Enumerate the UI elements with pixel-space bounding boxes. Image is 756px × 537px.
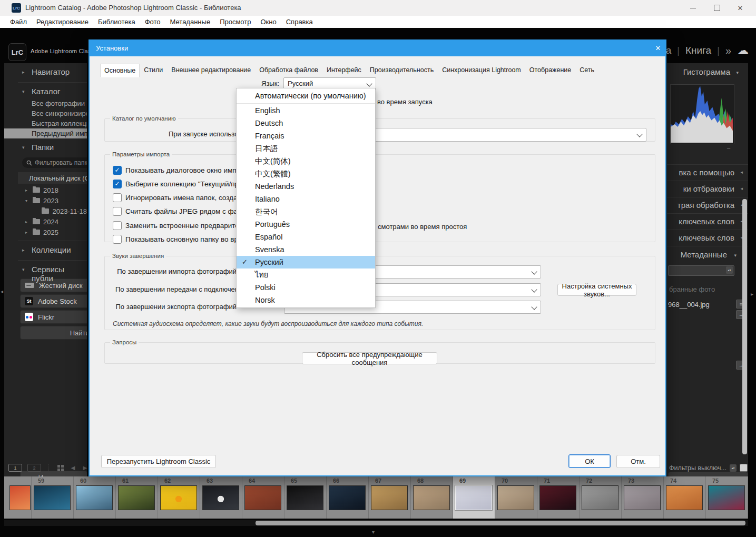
language-option[interactable]: Español	[237, 231, 375, 243]
menu-item[interactable]: Файл	[5, 18, 32, 26]
vertical-scrollbar[interactable]	[742, 199, 747, 454]
photo-thumbnail[interactable]	[160, 485, 197, 510]
filmstrip-cell[interactable]: 69	[453, 476, 495, 519]
find-more-services-button[interactable]: Найти д	[20, 326, 87, 340]
catalog-item[interactable]: Все фотографии	[4, 98, 87, 108]
panel-header[interactable]: ки отбраковки◂	[667, 181, 748, 197]
forward-arrow-icon[interactable]: ►	[82, 464, 89, 472]
language-option[interactable]: Italiano	[237, 193, 375, 205]
tab-1[interactable]: Основные	[100, 64, 140, 77]
dialog-close-button[interactable]: ✕	[645, 39, 663, 56]
ok-button[interactable]: ОК	[568, 454, 611, 468]
tab-5[interactable]: Интерфейс	[322, 64, 366, 77]
back-arrow-icon[interactable]: ◄	[70, 464, 76, 472]
reset-warnings-button[interactable]: Сбросить все предупреждающие сообщения	[302, 352, 437, 364]
language-option[interactable]: 中文(繁體)	[237, 167, 375, 180]
chevron-icon[interactable]: ▸	[25, 188, 30, 193]
filmstrip-scrollbar-thumb[interactable]	[256, 521, 745, 525]
folder-filter-input[interactable]: Фильтровать папк	[22, 157, 87, 168]
language-option[interactable]: 한국어	[237, 205, 375, 218]
metadata-header[interactable]: Метаданные ▾	[667, 246, 748, 263]
chevron-icon[interactable]: ▸	[25, 230, 30, 235]
photo-thumbnail[interactable]	[413, 485, 450, 510]
checkbox[interactable]: ✓	[113, 180, 122, 188]
chevron-icon[interactable]: ▸	[25, 220, 30, 224]
panel-header[interactable]: ключевых слов◂	[667, 230, 748, 246]
language-option[interactable]: ✓Русский	[237, 256, 375, 268]
filmstrip-cell[interactable]: 67	[369, 476, 411, 519]
module-overflow-icon[interactable]: »	[725, 45, 731, 57]
spinner-icon[interactable]: ▴▾	[730, 464, 737, 472]
system-sounds-button[interactable]: Настройка системных звуков...	[557, 284, 636, 296]
photo-thumbnail[interactable]	[329, 485, 366, 510]
catalog-header[interactable]: ▾ Каталог	[4, 87, 87, 98]
main-window-button[interactable]: 1	[8, 464, 22, 472]
tab-4[interactable]: Обработка файлов	[255, 64, 322, 77]
checkbox[interactable]	[113, 207, 122, 216]
volume-row[interactable]: Локальный диск (C:	[18, 172, 87, 184]
catalog-item[interactable]: Предыдущий импор	[4, 128, 87, 138]
tab-2[interactable]: Стили	[140, 64, 167, 77]
filters-label[interactable]: Фильтры выключ...	[669, 464, 726, 472]
filmstrip-cell[interactable]: 73	[622, 476, 664, 519]
filter-toggle[interactable]	[740, 464, 748, 472]
menu-item[interactable]: Библиотека	[93, 18, 140, 26]
panel-header[interactable]: трая обработка◂	[667, 197, 748, 214]
checkbox[interactable]	[113, 221, 122, 230]
menu-item[interactable]: Справка	[281, 18, 318, 26]
photo-thumbnail[interactable]	[666, 485, 703, 510]
grid-view-icon[interactable]	[57, 464, 64, 472]
maximize-button[interactable]	[705, 0, 729, 16]
histogram-header[interactable]: Гистограмма ▾	[667, 67, 748, 80]
second-window-button[interactable]: 2	[27, 464, 41, 472]
filmstrip-cell[interactable]	[4, 476, 32, 519]
folder-row[interactable]: ▾2023	[4, 195, 87, 206]
filmstrip-cell[interactable]: 74	[664, 476, 706, 519]
folder-row[interactable]: ▸2025	[4, 227, 87, 237]
language-option[interactable]: Nederlands	[237, 180, 375, 193]
publish-services-header[interactable]: ▾ Сервисы публи	[4, 265, 87, 276]
filmstrip-cell[interactable]: 64	[242, 476, 284, 519]
cloud-sync-icon[interactable]: ☁	[737, 44, 749, 57]
tab-9[interactable]: Сеть	[575, 64, 598, 77]
photo-thumbnail[interactable]	[287, 485, 323, 510]
menu-item[interactable]: Просмотр	[215, 18, 256, 26]
photo-thumbnail[interactable]	[118, 485, 155, 510]
filmstrip-cell[interactable]: 66	[327, 476, 369, 519]
publish-service[interactable]: Flickr	[20, 310, 87, 324]
folders-header[interactable]: ▾ Папки	[4, 143, 87, 154]
photo-thumbnail[interactable]	[76, 485, 113, 510]
close-button[interactable]: ✕	[729, 0, 752, 16]
catalog-item[interactable]: Все синхронизирова	[4, 108, 87, 118]
checkbox[interactable]: ✓	[113, 166, 122, 175]
language-option[interactable]: Français	[237, 130, 375, 142]
filmstrip-hide-icon[interactable]: ▾	[372, 529, 375, 535]
tab-7[interactable]: Синхронизация Lightroom	[438, 64, 525, 77]
folder-row[interactable]: 2023-11-18	[4, 206, 87, 216]
catalog-item[interactable]: Быстрая коллекция	[4, 118, 87, 128]
filmstrip-cell[interactable]: 71	[537, 476, 580, 519]
photo-thumbnail[interactable]	[708, 485, 745, 510]
language-option[interactable]: Polski	[237, 281, 375, 294]
photo-thumbnail[interactable]	[202, 485, 239, 510]
filmstrip-cell[interactable]: 68	[411, 476, 453, 519]
menu-item[interactable]: Фото	[140, 18, 165, 26]
filmstrip-cell[interactable]: 60	[74, 476, 116, 519]
panel-header[interactable]: вка с помощью◂	[667, 165, 748, 181]
checkbox[interactable]	[113, 235, 122, 244]
filmstrip-scrollbar-track[interactable]	[4, 520, 748, 526]
language-option[interactable]: Norsk	[237, 294, 375, 306]
language-option[interactable]: English	[237, 104, 375, 117]
checkbox[interactable]	[113, 193, 122, 202]
minimize-button[interactable]	[681, 0, 704, 16]
tab-3[interactable]: Внешнее редактирование	[167, 64, 255, 77]
folder-row[interactable]: ▸2024	[4, 216, 87, 227]
navigator-header[interactable]: ▸ Навигатор	[4, 67, 87, 79]
filmstrip-cell[interactable]: 63	[200, 476, 242, 519]
menu-item[interactable]: Метаданные	[165, 18, 215, 26]
language-option[interactable]: Svenska	[237, 243, 375, 256]
restart-button[interactable]: Перезапустить Lightroom Classic	[101, 455, 216, 468]
photo-thumbnail[interactable]	[371, 485, 408, 510]
module-fragment[interactable]: а	[666, 45, 672, 56]
photo-thumbnail[interactable]	[497, 485, 534, 510]
